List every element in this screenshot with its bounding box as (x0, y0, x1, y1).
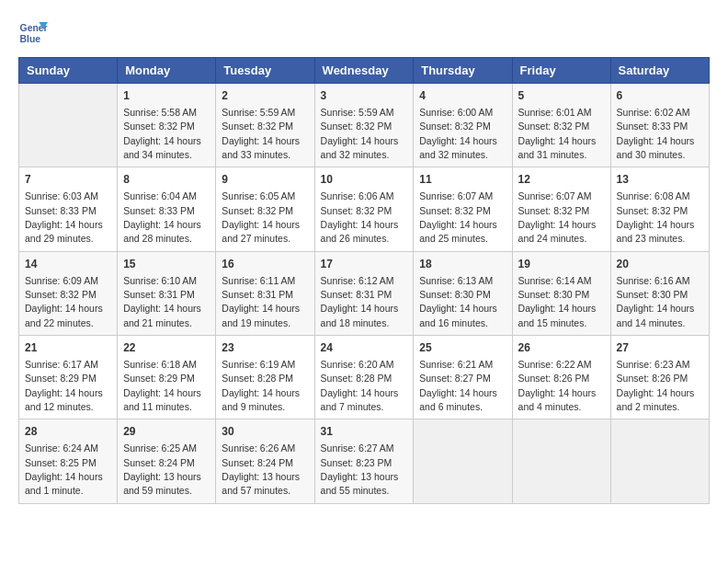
day-cell: 24Sunrise: 6:20 AM Sunset: 8:28 PM Dayli… (314, 336, 414, 419)
day-number: 26 (518, 340, 605, 356)
day-number: 31 (321, 424, 408, 440)
day-cell: 15Sunrise: 6:10 AM Sunset: 8:31 PM Dayli… (118, 251, 216, 335)
day-number: 13 (617, 172, 703, 188)
day-cell: 23Sunrise: 6:19 AM Sunset: 8:28 PM Dayli… (216, 336, 314, 419)
day-cell: 4Sunrise: 6:00 AM Sunset: 8:32 PM Daylig… (414, 84, 512, 167)
day-info: Sunrise: 6:22 AM Sunset: 8:26 PM Dayligh… (518, 359, 597, 412)
day-number: 5 (518, 88, 605, 104)
day-cell: 10Sunrise: 6:06 AM Sunset: 8:32 PM Dayli… (314, 167, 414, 251)
day-cell: 2Sunrise: 5:59 AM Sunset: 8:32 PM Daylig… (216, 84, 314, 167)
day-number: 27 (617, 340, 703, 356)
day-cell: 25Sunrise: 6:21 AM Sunset: 8:27 PM Dayli… (414, 336, 512, 419)
week-row-3: 14Sunrise: 6:09 AM Sunset: 8:32 PM Dayli… (19, 251, 710, 335)
day-number: 24 (321, 340, 408, 356)
day-cell: 21Sunrise: 6:17 AM Sunset: 8:29 PM Dayli… (19, 336, 118, 419)
day-cell: 17Sunrise: 6:12 AM Sunset: 8:31 PM Dayli… (314, 251, 414, 335)
day-info: Sunrise: 6:17 AM Sunset: 8:29 PM Dayligh… (25, 359, 103, 412)
svg-text:Blue: Blue (20, 34, 41, 44)
day-info: Sunrise: 6:19 AM Sunset: 8:28 PM Dayligh… (222, 359, 300, 412)
day-info: Sunrise: 6:01 AM Sunset: 8:32 PM Dayligh… (518, 107, 597, 160)
day-cell: 7Sunrise: 6:03 AM Sunset: 8:33 PM Daylig… (19, 167, 118, 251)
day-info: Sunrise: 6:02 AM Sunset: 8:33 PM Dayligh… (617, 107, 695, 160)
day-info: Sunrise: 5:59 AM Sunset: 8:32 PM Dayligh… (321, 107, 399, 160)
day-info: Sunrise: 6:14 AM Sunset: 8:30 PM Dayligh… (518, 275, 597, 328)
day-number: 15 (123, 257, 210, 272)
day-number: 16 (222, 257, 308, 272)
day-number: 23 (222, 340, 308, 356)
day-cell: 8Sunrise: 6:04 AM Sunset: 8:33 PM Daylig… (118, 167, 216, 251)
day-cell: 5Sunrise: 6:01 AM Sunset: 8:32 PM Daylig… (512, 84, 610, 167)
header-cell-tuesday: Tuesday (216, 58, 314, 84)
day-number: 18 (419, 257, 506, 272)
header-cell-monday: Monday (118, 58, 216, 84)
day-number: 30 (222, 424, 308, 440)
day-info: Sunrise: 6:24 AM Sunset: 8:25 PM Dayligh… (25, 442, 103, 496)
day-number: 12 (518, 172, 605, 188)
day-cell: 31Sunrise: 6:27 AM Sunset: 8:23 PM Dayli… (314, 419, 414, 503)
day-number: 4 (419, 88, 506, 104)
day-number: 22 (123, 340, 210, 356)
day-cell: 22Sunrise: 6:18 AM Sunset: 8:29 PM Dayli… (118, 336, 216, 419)
day-info: Sunrise: 6:03 AM Sunset: 8:33 PM Dayligh… (25, 190, 103, 244)
day-info: Sunrise: 6:16 AM Sunset: 8:30 PM Dayligh… (617, 275, 695, 328)
day-number: 19 (518, 257, 605, 272)
day-cell: 30Sunrise: 6:26 AM Sunset: 8:24 PM Dayli… (216, 419, 314, 503)
day-info: Sunrise: 6:05 AM Sunset: 8:32 PM Dayligh… (222, 190, 300, 244)
day-cell: 1Sunrise: 5:58 AM Sunset: 8:32 PM Daylig… (118, 84, 216, 167)
day-info: Sunrise: 6:07 AM Sunset: 8:32 PM Dayligh… (518, 190, 597, 244)
day-number: 28 (25, 424, 111, 440)
logo: General Blue (18, 18, 48, 48)
day-info: Sunrise: 6:07 AM Sunset: 8:32 PM Dayligh… (419, 190, 497, 244)
header-cell-wednesday: Wednesday (314, 58, 414, 84)
page-header: General Blue (18, 18, 710, 48)
day-number: 17 (321, 257, 408, 272)
day-cell: 26Sunrise: 6:22 AM Sunset: 8:26 PM Dayli… (512, 336, 610, 419)
day-info: Sunrise: 6:11 AM Sunset: 8:31 PM Dayligh… (222, 275, 300, 328)
day-number: 3 (321, 88, 408, 104)
header-cell-sunday: Sunday (19, 58, 118, 84)
header-row: SundayMondayTuesdayWednesdayThursdayFrid… (19, 58, 710, 84)
day-cell: 16Sunrise: 6:11 AM Sunset: 8:31 PM Dayli… (216, 251, 314, 335)
day-cell: 12Sunrise: 6:07 AM Sunset: 8:32 PM Dayli… (512, 167, 610, 251)
day-number: 25 (419, 340, 506, 356)
day-cell: 29Sunrise: 6:25 AM Sunset: 8:24 PM Dayli… (118, 419, 216, 503)
day-info: Sunrise: 6:23 AM Sunset: 8:26 PM Dayligh… (617, 359, 695, 412)
day-info: Sunrise: 6:06 AM Sunset: 8:32 PM Dayligh… (321, 190, 399, 244)
day-cell: 28Sunrise: 6:24 AM Sunset: 8:25 PM Dayli… (19, 419, 118, 503)
day-info: Sunrise: 6:08 AM Sunset: 8:32 PM Dayligh… (617, 190, 695, 244)
day-info: Sunrise: 6:20 AM Sunset: 8:28 PM Dayligh… (321, 359, 399, 412)
day-number: 21 (25, 340, 111, 356)
day-cell (19, 84, 118, 167)
header-cell-friday: Friday (512, 58, 610, 84)
day-info: Sunrise: 6:10 AM Sunset: 8:31 PM Dayligh… (123, 275, 201, 328)
day-cell: 9Sunrise: 6:05 AM Sunset: 8:32 PM Daylig… (216, 167, 314, 251)
day-info: Sunrise: 6:13 AM Sunset: 8:30 PM Dayligh… (419, 275, 497, 328)
day-info: Sunrise: 6:00 AM Sunset: 8:32 PM Dayligh… (419, 107, 497, 160)
day-cell: 13Sunrise: 6:08 AM Sunset: 8:32 PM Dayli… (610, 167, 709, 251)
day-info: Sunrise: 6:18 AM Sunset: 8:29 PM Dayligh… (123, 359, 201, 412)
day-cell (414, 419, 512, 503)
day-cell: 18Sunrise: 6:13 AM Sunset: 8:30 PM Dayli… (414, 251, 512, 335)
day-info: Sunrise: 6:04 AM Sunset: 8:33 PM Dayligh… (123, 190, 201, 244)
day-cell: 27Sunrise: 6:23 AM Sunset: 8:26 PM Dayli… (610, 336, 709, 419)
day-info: Sunrise: 5:58 AM Sunset: 8:32 PM Dayligh… (123, 107, 201, 160)
day-number: 10 (321, 172, 408, 188)
day-cell: 3Sunrise: 5:59 AM Sunset: 8:32 PM Daylig… (314, 84, 414, 167)
day-cell (610, 419, 709, 503)
day-number: 9 (222, 172, 308, 188)
day-info: Sunrise: 6:12 AM Sunset: 8:31 PM Dayligh… (321, 275, 399, 328)
week-row-5: 28Sunrise: 6:24 AM Sunset: 8:25 PM Dayli… (19, 419, 710, 503)
header-cell-saturday: Saturday (610, 58, 709, 84)
week-row-4: 21Sunrise: 6:17 AM Sunset: 8:29 PM Dayli… (19, 336, 710, 419)
day-number: 8 (123, 172, 210, 188)
day-number: 6 (617, 88, 703, 104)
day-number: 11 (419, 172, 506, 188)
week-row-1: 1Sunrise: 5:58 AM Sunset: 8:32 PM Daylig… (19, 84, 710, 167)
day-number: 2 (222, 88, 308, 104)
day-info: Sunrise: 6:25 AM Sunset: 8:24 PM Dayligh… (123, 442, 201, 496)
day-info: Sunrise: 6:26 AM Sunset: 8:24 PM Dayligh… (222, 442, 300, 496)
day-info: Sunrise: 5:59 AM Sunset: 8:32 PM Dayligh… (222, 107, 300, 160)
day-cell: 19Sunrise: 6:14 AM Sunset: 8:30 PM Dayli… (512, 251, 610, 335)
day-cell: 20Sunrise: 6:16 AM Sunset: 8:30 PM Dayli… (610, 251, 709, 335)
day-number: 14 (25, 257, 111, 272)
